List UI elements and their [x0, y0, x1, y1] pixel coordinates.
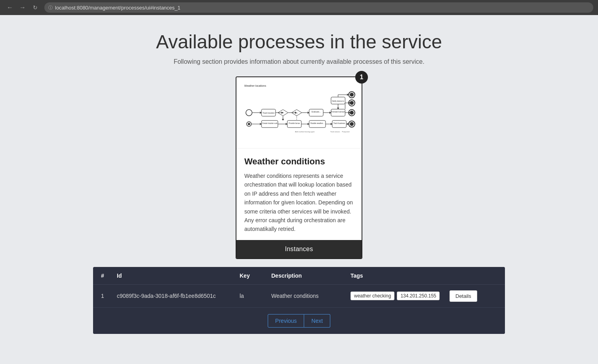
- svg-text:Add machine learning agent: Add machine learning agent: [295, 131, 315, 133]
- next-button[interactable]: Next: [304, 314, 330, 328]
- table-row: 1 c9089f3c-9ada-3018-af6f-fb1ee8d6501c l…: [93, 285, 505, 308]
- svg-text:Track business: Track business: [333, 122, 345, 124]
- svg-marker-48: [331, 123, 332, 125]
- instances-table: # Id Key Description Tags 1 c9089f3c-9ad…: [93, 267, 505, 334]
- process-card-wrapper: 1 Weather locations Track location: [236, 76, 362, 259]
- row-id: c9089f3c-9ada-3018-af6f-fb1ee8d6501c: [117, 293, 240, 299]
- svg-text:Track sensors: Track sensors: [330, 131, 340, 133]
- process-badge: 1: [355, 71, 368, 84]
- col-header-tags: Tags: [350, 273, 449, 279]
- svg-marker-19: [329, 112, 331, 114]
- svg-text:Forward sensor: Forward sensor: [331, 111, 345, 113]
- browser-chrome: ← → ↻ ⓘ localhost:8080/management/proces…: [0, 0, 598, 15]
- row-tags: weather checking 134.201.250.155: [350, 292, 449, 300]
- row-description: Weather conditions: [271, 293, 350, 299]
- card-title: Weather conditions: [244, 156, 354, 167]
- col-header-description: Description: [271, 273, 350, 279]
- svg-marker-54: [282, 119, 284, 120]
- page-subtitle: Following section provides information a…: [173, 58, 424, 65]
- svg-text:Weather locations: Weather locations: [244, 84, 267, 87]
- svg-text:◇: ◇: [296, 112, 298, 114]
- col-header-action: [449, 273, 497, 279]
- tag-weather-checking: weather checking: [350, 292, 394, 300]
- forward-button[interactable]: →: [17, 2, 28, 13]
- previous-button[interactable]: Previous: [268, 314, 304, 328]
- svg-point-64: [350, 93, 354, 97]
- col-header-id: Id: [117, 273, 240, 279]
- process-diagram: Weather locations Track location ×: [236, 77, 362, 149]
- svg-marker-44: [286, 123, 287, 125]
- svg-point-28: [350, 111, 354, 115]
- process-card: Weather locations Track location ×: [236, 76, 362, 259]
- svg-text:Postponed: Postponed: [342, 131, 350, 133]
- svg-marker-46: [308, 123, 309, 125]
- instances-button[interactable]: Instances: [236, 240, 362, 258]
- svg-marker-26: [349, 102, 350, 104]
- page-content: Available processes in the service Follo…: [0, 15, 598, 350]
- info-icon: ⓘ: [48, 5, 53, 11]
- svg-marker-59: [337, 108, 339, 109]
- svg-text:Track location: Track location: [263, 112, 275, 114]
- svg-text:×: ×: [282, 111, 284, 114]
- row-number: 1: [101, 293, 117, 299]
- url-text: localhost:8080/management/processes/ui#i…: [55, 5, 181, 11]
- card-description: Weather conditions represents a service …: [244, 172, 354, 234]
- svg-point-23: [350, 101, 354, 105]
- svg-text:Create location sub: Create location sub: [262, 122, 278, 124]
- details-button[interactable]: Details: [449, 290, 477, 302]
- browser-nav: ← → ↻: [5, 2, 40, 13]
- pagination: Previous Next: [93, 308, 505, 334]
- svg-point-1: [246, 110, 252, 116]
- refresh-button[interactable]: ↻: [30, 2, 40, 13]
- svg-text:Disable weather...: Disable weather...: [310, 122, 324, 124]
- row-key: la: [240, 293, 271, 299]
- page-title: Available processes in the service: [156, 31, 442, 53]
- svg-marker-30: [349, 112, 350, 114]
- svg-marker-36: [260, 123, 261, 125]
- svg-marker-3: [260, 112, 261, 114]
- row-action: Details: [449, 290, 497, 302]
- svg-text:Notify device to: Notify device to: [332, 100, 344, 102]
- col-header-number: #: [101, 273, 117, 279]
- card-body: Weather conditions Weather conditions re…: [236, 149, 362, 240]
- col-header-key: Key: [240, 273, 271, 279]
- svg-point-42: [350, 122, 354, 126]
- svg-text:Provide bonus: Provide bonus: [289, 122, 300, 124]
- svg-text:Evaluate...: Evaluate...: [312, 111, 321, 113]
- svg-marker-15: [308, 112, 309, 114]
- address-bar[interactable]: ⓘ localhost:8080/management/processes/ui…: [44, 2, 593, 13]
- svg-point-34: [248, 123, 250, 125]
- tag-ip-address: 134.201.250.155: [397, 292, 440, 300]
- back-button[interactable]: ←: [5, 2, 15, 13]
- table-header: # Id Key Description Tags: [93, 267, 505, 285]
